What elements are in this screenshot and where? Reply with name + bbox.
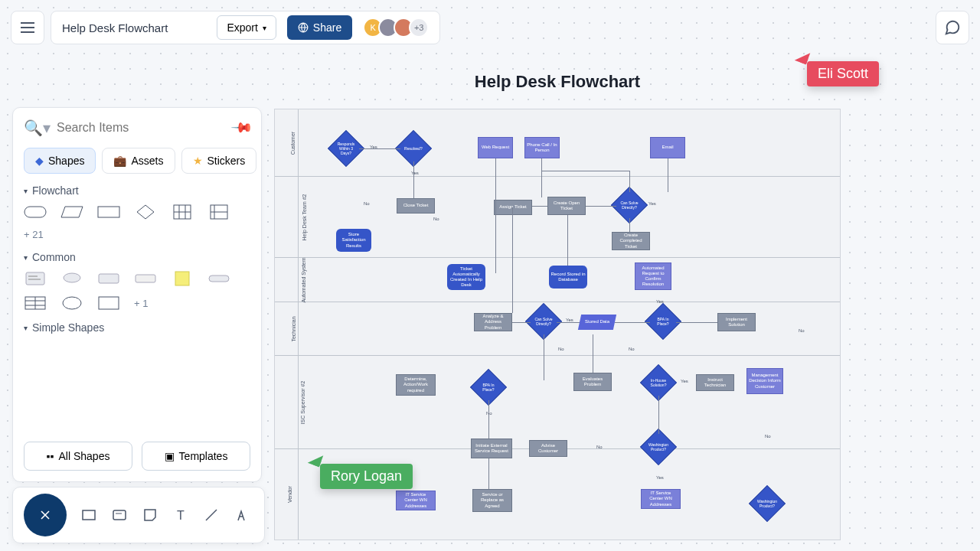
flowchart-more[interactable]: + 21 xyxy=(24,229,250,240)
svg-rect-18 xyxy=(175,272,189,285)
pin-icon[interactable]: 📌 xyxy=(230,116,253,139)
node-createopen[interactable]: Create Open Ticket xyxy=(547,197,586,215)
comments-button[interactable] xyxy=(936,11,969,44)
svg-rect-12 xyxy=(26,272,44,285)
templates-button[interactable]: ▣Templates xyxy=(142,442,250,471)
node-autoticket[interactable]: Ticket Automatically Created In Help Des… xyxy=(447,264,485,290)
node-webreq[interactable]: Web Request xyxy=(478,137,513,158)
svg-rect-3 xyxy=(98,207,119,217)
common-more[interactable]: + 1 xyxy=(134,298,148,309)
node-autoreq[interactable]: Automated Request to Confirm Resolution xyxy=(635,262,671,290)
section-flowchart[interactable]: Flowchart xyxy=(24,184,250,197)
svg-point-15 xyxy=(64,273,80,282)
swimlane-label: Automated System xyxy=(301,257,306,302)
tool-rect[interactable] xyxy=(77,504,100,527)
shape-callout[interactable] xyxy=(60,271,83,286)
export-label: Export xyxy=(227,21,257,34)
shape-grid[interactable] xyxy=(24,295,47,311)
node-initiate[interactable]: Initiate External Service Request xyxy=(471,439,512,458)
shape-table[interactable] xyxy=(171,204,194,220)
svg-marker-2 xyxy=(61,207,83,217)
node-storeddata[interactable]: Stored Data xyxy=(578,315,616,330)
shape-input[interactable] xyxy=(134,271,157,286)
shape-terminator[interactable] xyxy=(24,204,47,220)
node-advise[interactable]: Advise Customer xyxy=(529,440,567,457)
share-label: Share xyxy=(313,21,341,34)
node-recorddb[interactable]: Record Stored in Database xyxy=(549,266,587,289)
document-title[interactable]: Help Desk Flowchart xyxy=(62,21,206,34)
all-shapes-button[interactable]: ▪▪All Shapes xyxy=(24,442,132,471)
search-icon: 🔍▾ xyxy=(24,119,51,137)
chat-icon xyxy=(944,19,961,36)
shape-ellipse[interactable] xyxy=(60,295,83,311)
swimlane-label: Technician xyxy=(291,316,296,341)
node-assign[interactable]: Assign Ticket xyxy=(494,200,532,215)
node-phone[interactable]: Phone Call / In Person xyxy=(524,137,560,158)
svg-rect-19 xyxy=(209,276,229,282)
tool-text[interactable]: T xyxy=(169,504,192,527)
node-itservice2[interactable]: IT Service Center WN Addresses xyxy=(641,489,681,509)
node-instruct[interactable]: Instruct Technician xyxy=(696,374,734,391)
share-button[interactable]: Share xyxy=(287,15,352,40)
node-createcomp[interactable]: Create Completed Ticket xyxy=(612,232,650,250)
svg-rect-25 xyxy=(99,297,119,309)
star-icon: ★ xyxy=(193,155,203,167)
node-determine[interactable]: Determine, Action/Work required xyxy=(396,374,436,396)
tab-assets[interactable]: 💼Assets xyxy=(102,148,175,174)
svg-rect-28 xyxy=(83,510,95,520)
svg-text:T: T xyxy=(177,509,185,522)
node-store[interactable]: Store Satisfaction Results xyxy=(336,229,371,252)
svg-rect-17 xyxy=(136,275,155,282)
menu-button[interactable] xyxy=(11,11,44,44)
tool-card[interactable] xyxy=(108,504,131,527)
search-input[interactable] xyxy=(57,121,227,135)
diamond-icon: ◆ xyxy=(35,155,44,167)
swimlane-label: ISC Supervisor #2 xyxy=(300,380,305,424)
close-fab[interactable] xyxy=(24,494,67,536)
node-service[interactable]: Service or Replace as Agreed xyxy=(472,489,512,512)
shape-rect2[interactable] xyxy=(97,295,120,311)
shape-keyboard[interactable] xyxy=(97,271,120,286)
swimlane-label: Customer xyxy=(290,131,296,154)
node-implement[interactable]: Implement Solution xyxy=(717,313,756,331)
export-button[interactable]: Export ▾ xyxy=(217,15,276,40)
node-close[interactable]: Close Ticket xyxy=(397,198,435,214)
node-evaluates[interactable]: Evaluates Problem xyxy=(573,373,612,391)
shapes-panel: 🔍▾ 📌 ◆Shapes 💼Assets ★Stickers Flowchart… xyxy=(12,107,262,482)
cursor-tag-rory: Rory Logan xyxy=(320,464,413,489)
shape-diamond[interactable] xyxy=(134,204,157,220)
shape-swimlane[interactable] xyxy=(207,204,230,220)
menu-icon xyxy=(21,27,34,28)
node-itservice[interactable]: IT Service Center WN Addresses xyxy=(396,491,436,510)
grid-icon: ▪▪ xyxy=(47,450,54,462)
node-email[interactable]: Email xyxy=(650,137,685,158)
tool-sticky[interactable] xyxy=(139,504,162,527)
section-common[interactable]: Common xyxy=(24,251,250,263)
collaborator-avatars[interactable]: K +3 xyxy=(363,18,429,37)
svg-point-24 xyxy=(63,297,81,309)
swimlane-label: Help Desk Team #2 xyxy=(302,194,307,240)
avatar-more[interactable]: +3 xyxy=(409,18,429,37)
template-icon: ▣ xyxy=(165,450,175,462)
bottom-toolbar: T xyxy=(12,487,265,543)
tool-line[interactable] xyxy=(200,504,223,527)
node-mgmt[interactable]: Management Decision Inform Customer xyxy=(746,368,783,394)
svg-rect-29 xyxy=(113,510,126,520)
globe-icon xyxy=(298,22,309,33)
shape-card[interactable] xyxy=(24,271,47,286)
shape-sticky[interactable] xyxy=(171,271,194,286)
tab-shapes[interactable]: ◆Shapes xyxy=(24,148,96,174)
node-analyze[interactable]: Analyze & Address Problem xyxy=(474,313,512,331)
tool-pen[interactable] xyxy=(230,504,253,527)
shape-parallelogram[interactable] xyxy=(60,204,83,220)
svg-marker-4 xyxy=(137,205,154,219)
chevron-down-icon: ▾ xyxy=(263,24,266,32)
svg-rect-16 xyxy=(99,274,119,283)
shape-rectangle[interactable] xyxy=(97,204,120,220)
diagram-title: Help Desk Flowchart xyxy=(274,72,841,92)
section-simple[interactable]: Simple Shapes xyxy=(24,321,250,334)
swimlane-label: Vendor xyxy=(287,486,292,503)
shape-tray[interactable] xyxy=(207,271,230,286)
tab-stickers[interactable]: ★Stickers xyxy=(181,148,257,174)
svg-line-32 xyxy=(206,510,217,520)
